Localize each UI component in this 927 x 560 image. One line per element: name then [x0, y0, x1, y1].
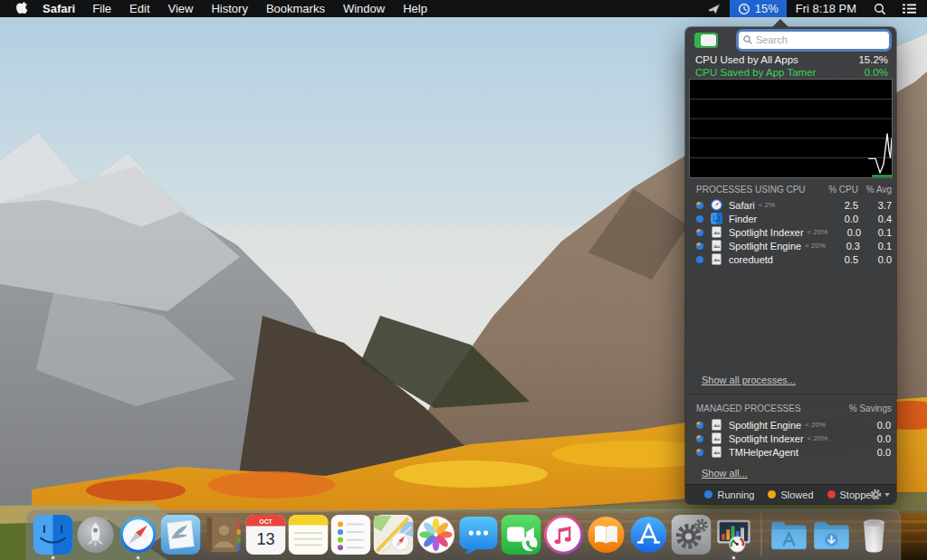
- dock-icon-calendar[interactable]: OCT 13: [246, 515, 286, 555]
- cpu-history-graph: [689, 79, 893, 178]
- finder-icon: [711, 213, 722, 224]
- process-icon: [711, 253, 722, 265]
- menu-clock[interactable]: Fri 8:18 PM: [787, 2, 865, 15]
- slowed-dot-icon: [768, 490, 776, 498]
- process-cpu: 2.5: [822, 200, 858, 211]
- status-dot[interactable]: [696, 435, 703, 442]
- running-indicator: [732, 556, 735, 559]
- menu-view[interactable]: View: [159, 2, 203, 15]
- col-savings-header[interactable]: % Savings: [849, 403, 892, 413]
- paper-plane-menu-extra[interactable]: [699, 0, 730, 17]
- managed-title: MANAGED PROCESSES: [696, 403, 849, 413]
- process-name: Spotlight Engine: [729, 241, 801, 252]
- process-icon: [711, 419, 722, 431]
- process-row-spotlight-indexer[interactable]: Spotlight Indexer < 20% 0.0 0.1: [685, 225, 896, 239]
- dock-icon-notes[interactable]: [289, 515, 329, 555]
- dock-icon-messages[interactable]: [459, 515, 499, 555]
- cpu-percent-label: 15%: [755, 2, 779, 15]
- process-cpu: 0.0: [822, 214, 858, 224]
- status-dot[interactable]: [696, 422, 703, 429]
- search-icon: [743, 35, 752, 44]
- paper-plane-icon: [707, 3, 722, 15]
- legend-slowed: Slowed: [768, 489, 813, 500]
- safari-icon: [711, 199, 722, 211]
- managed-row-tmhelperagent[interactable]: TMHelperAgent 0.0: [685, 445, 896, 459]
- menu-help[interactable]: Help: [394, 2, 436, 15]
- process-icon: [711, 226, 722, 238]
- dock-icon-ibooks[interactable]: [587, 515, 626, 555]
- search-field[interactable]: [739, 32, 889, 49]
- process-cpu: 0.0: [827, 227, 861, 238]
- app-menu-title[interactable]: Safari: [43, 2, 83, 15]
- status-dot[interactable]: [696, 242, 703, 250]
- process-avg: 0.1: [860, 241, 892, 252]
- col-avg-header[interactable]: % Avg: [858, 185, 892, 195]
- status-dot[interactable]: [696, 449, 703, 456]
- search-input[interactable]: [756, 34, 884, 45]
- legend-slowed-label: Slowed: [780, 489, 813, 500]
- status-dot[interactable]: [696, 256, 703, 263]
- col-cpu-header[interactable]: % CPU: [822, 185, 858, 195]
- svg-text:13: 13: [256, 529, 274, 547]
- dock-icon-applications-folder[interactable]: [769, 515, 809, 555]
- app-tamer-clock-icon: [738, 3, 750, 15]
- managed-list: Spotlight Engine < 20% 0.0 Spotlight Ind…: [685, 418, 896, 459]
- dock-icon-app-tamer[interactable]: [714, 515, 754, 555]
- dock-icon-downloads-folder[interactable]: [812, 515, 852, 555]
- dock-icon-finder[interactable]: [33, 515, 73, 555]
- dock-icon-mail[interactable]: [161, 515, 201, 555]
- menu-edit[interactable]: Edit: [120, 2, 158, 15]
- process-row-coreduetd[interactable]: coreduetd 0.5 0.0: [685, 252, 896, 266]
- process-list: Safari < 2% 2.5 3.7 Finder 0.0 0.4: [685, 198, 896, 266]
- process-name: coreduetd: [729, 254, 773, 265]
- menu-file[interactable]: File: [83, 2, 120, 15]
- process-avg: 0.4: [858, 214, 892, 224]
- dock-icon-app-store[interactable]: [629, 515, 669, 555]
- app-tamer-menu-extra[interactable]: 15%: [730, 0, 787, 17]
- dock-icon-trash[interactable]: [855, 515, 894, 555]
- power-toggle[interactable]: ON: [694, 33, 718, 48]
- notification-center-menu-extra[interactable]: [894, 0, 927, 17]
- dock-icon-reminders[interactable]: [331, 515, 371, 555]
- process-name: Spotlight Engine: [729, 420, 801, 431]
- dock-icon-photos[interactable]: [416, 515, 456, 555]
- dock-icon-launchpad[interactable]: [76, 515, 116, 555]
- dock-icon-contacts[interactable]: [204, 515, 244, 555]
- status-dot[interactable]: [696, 229, 703, 236]
- notification-center-icon: [903, 3, 916, 14]
- section-divider: [685, 394, 896, 395]
- spotlight-menu-extra[interactable]: [865, 0, 894, 17]
- process-limit: < 20%: [805, 242, 826, 250]
- managed-row-spotlight-indexer[interactable]: Spotlight Indexer < 20% 0.0: [685, 432, 896, 445]
- process-row-spotlight-engine[interactable]: Spotlight Engine < 20% 0.3 0.1: [685, 239, 896, 252]
- dock-divider: [761, 513, 762, 556]
- status-dot[interactable]: [696, 202, 703, 209]
- status-dot[interactable]: [696, 215, 703, 223]
- dock-icon-maps[interactable]: [374, 515, 414, 555]
- cpu-used-value: 15.2%: [858, 54, 888, 66]
- show-all-managed-link[interactable]: Show all...: [702, 468, 748, 479]
- managed-row-spotlight-engine[interactable]: Spotlight Engine < 20% 0.0: [685, 418, 896, 432]
- cpu-used-stat: CPU Used by All Apps 15.2%: [695, 54, 888, 66]
- menu-history[interactable]: History: [202, 2, 256, 15]
- power-toggle-knob[interactable]: [701, 34, 716, 46]
- apple-menu[interactable]: [0, 2, 43, 15]
- process-name: Spotlight Indexer: [729, 433, 804, 444]
- dock-icon-safari[interactable]: [119, 515, 158, 555]
- settings-menu-button[interactable]: [869, 488, 890, 501]
- dock-icon-itunes[interactable]: [544, 515, 584, 555]
- process-savings: 0.0: [855, 420, 891, 431]
- running-dot-icon: [704, 490, 712, 498]
- show-all-processes-link[interactable]: Show all processes...: [702, 375, 796, 385]
- process-row-finder[interactable]: Finder 0.0 0.4: [685, 212, 896, 225]
- dock-icon-system-preferences[interactable]: [672, 515, 712, 555]
- spotlight-search-icon: [874, 3, 886, 15]
- caret-down-icon: [884, 493, 890, 497]
- process-row-safari[interactable]: Safari < 2% 2.5 3.7: [685, 198, 896, 212]
- cpu-saved-stat: CPU Saved by App Tamer 0.0%: [695, 67, 888, 79]
- menu-window[interactable]: Window: [334, 2, 394, 15]
- dock-icon-facetime[interactable]: [502, 515, 541, 555]
- menu-bookmarks[interactable]: Bookmarks: [257, 2, 334, 15]
- gear-icon: [869, 488, 883, 501]
- cpu-used-label: CPU Used by All Apps: [695, 54, 798, 66]
